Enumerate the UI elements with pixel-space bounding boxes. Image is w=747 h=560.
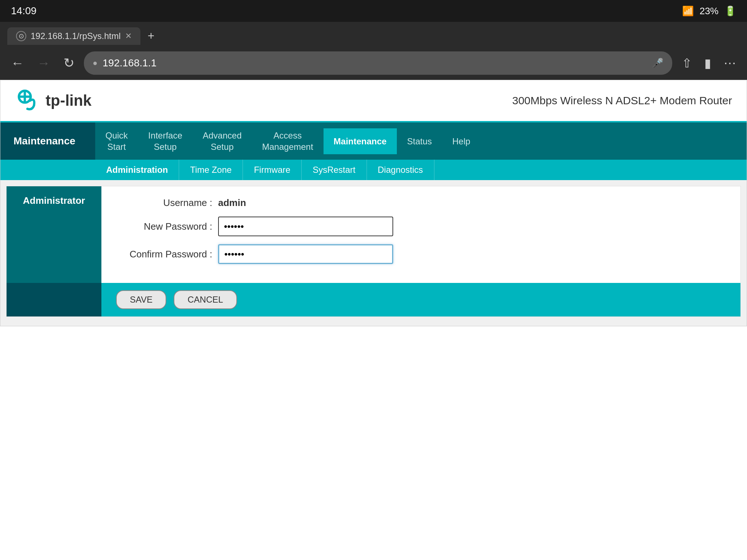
tp-link-logo: tp-link — [15, 88, 92, 114]
username-value: admin — [218, 197, 246, 209]
forward-button[interactable]: → — [34, 54, 54, 72]
confirm-password-label: Confirm Password : — [116, 249, 218, 260]
browser-tab[interactable]: ⊙ 192.168.1.1/rpSys.html ✕ — [7, 27, 140, 45]
action-buttons: SAVE CANCEL — [101, 283, 740, 316]
new-tab-button[interactable]: + — [143, 27, 159, 45]
tab-favicon: ⊙ — [16, 31, 26, 41]
nav-item-interface-setup[interactable]: InterfaceSetup — [138, 122, 192, 160]
address-bar[interactable]: ● 192.168.1.1 🎤 — [84, 51, 672, 75]
cancel-button[interactable]: CANCEL — [174, 290, 237, 309]
subnav-diagnostics[interactable]: Diagnostics — [367, 160, 434, 180]
sub-navigation: Administration Time Zone Firmware SysRes… — [0, 160, 747, 180]
time-display: 14:09 — [11, 5, 36, 17]
content-inner: Administrator Username : admin New Passw… — [6, 186, 741, 317]
wifi-icon: 📶 — [682, 5, 694, 17]
subnav-sysrestart[interactable]: SysRestart — [302, 160, 367, 180]
username-label: Username : — [116, 197, 218, 209]
content-main: Username : admin New Password : Confirm … — [101, 186, 740, 283]
action-sidebar-spacer — [7, 283, 101, 316]
lock-icon: ● — [93, 58, 97, 68]
nav-section-label: Maintenance — [0, 122, 95, 160]
nav-item-advanced-setup[interactable]: AdvancedSetup — [193, 122, 252, 160]
menu-button[interactable]: ⋯ — [720, 54, 740, 72]
back-button[interactable]: ← — [7, 54, 28, 72]
subnav-firmware[interactable]: Firmware — [243, 160, 302, 180]
router-model: 300Mbps Wireless N ADSL2+ Modem Router — [512, 94, 732, 107]
browser-actions: ⇧ ▮ ⋯ — [678, 54, 740, 72]
address-bar-row: ← → ↻ ● 192.168.1.1 🎤 ⇧ ▮ ⋯ — [7, 48, 740, 80]
battery-icon: 🔋 — [724, 5, 736, 17]
nav-items: QuickStart InterfaceSetup AdvancedSetup … — [95, 122, 747, 160]
router-ui: tp-link 300Mbps Wireless N ADSL2+ Modem … — [0, 80, 747, 326]
tabs-button[interactable]: ▮ — [701, 54, 715, 72]
tp-link-logo-svg — [15, 88, 41, 114]
new-password-input[interactable] — [218, 217, 393, 236]
nav-item-quick-start[interactable]: QuickStart — [95, 122, 138, 160]
nav-item-status[interactable]: Status — [397, 128, 442, 154]
username-row: Username : admin — [116, 197, 726, 209]
nav-item-access-management[interactable]: AccessManagement — [252, 122, 324, 160]
content-sidebar: Administrator — [7, 186, 101, 283]
nav-item-help[interactable]: Help — [442, 128, 480, 154]
new-password-label: New Password : — [116, 221, 218, 232]
content-area: Administrator Username : admin New Passw… — [0, 180, 747, 326]
save-button[interactable]: SAVE — [116, 290, 166, 309]
tab-bar: ⊙ 192.168.1.1/rpSys.html ✕ + — [7, 27, 740, 45]
new-password-row: New Password : — [116, 217, 726, 236]
action-bar: SAVE CANCEL — [7, 283, 740, 316]
url-display: 192.168.1.1 — [102, 57, 156, 69]
battery-indicator: 23% — [700, 5, 719, 17]
nav-item-maintenance[interactable]: Maintenance — [324, 128, 397, 154]
content-row: Administrator Username : admin New Passw… — [7, 186, 740, 283]
microphone-icon[interactable]: 🎤 — [652, 58, 663, 69]
browser-chrome: ⊙ 192.168.1.1/rpSys.html ✕ + ← → ↻ ● 192… — [0, 22, 747, 80]
confirm-password-input[interactable] — [218, 244, 393, 264]
status-indicators: 📶 23% 🔋 — [682, 5, 736, 17]
tab-title: 192.168.1.1/rpSys.html — [31, 31, 121, 41]
subnav-administration[interactable]: Administration — [95, 160, 179, 180]
logo-text: tp-link — [46, 92, 92, 109]
status-bar: 14:09 📶 23% 🔋 — [0, 0, 747, 22]
tab-close-button[interactable]: ✕ — [125, 31, 132, 41]
share-button[interactable]: ⇧ — [678, 54, 696, 72]
main-navigation: Maintenance QuickStart InterfaceSetup Ad… — [0, 122, 747, 160]
router-header: tp-link 300Mbps Wireless N ADSL2+ Modem … — [0, 80, 747, 122]
sidebar-label: Administrator — [23, 195, 85, 206]
subnav-timezone[interactable]: Time Zone — [179, 160, 243, 180]
reload-button[interactable]: ↻ — [60, 54, 78, 72]
confirm-password-row: Confirm Password : — [116, 244, 726, 264]
